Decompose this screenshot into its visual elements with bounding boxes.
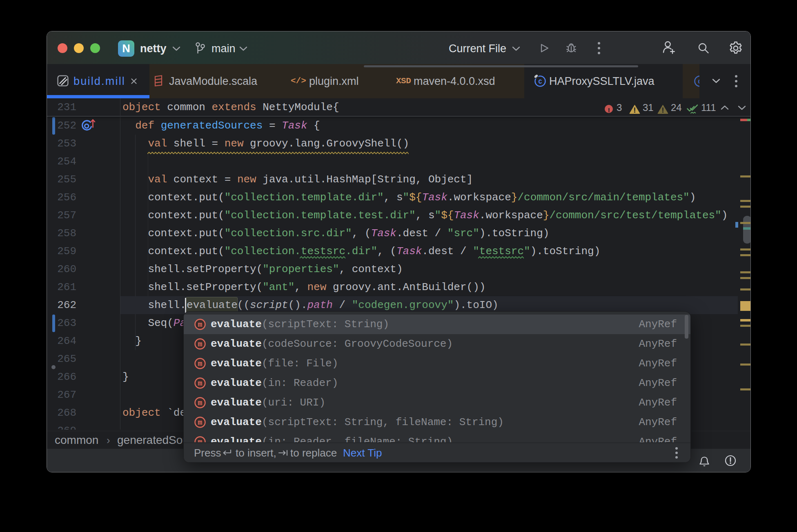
svg-text:m: m <box>198 379 203 388</box>
svg-text:m: m <box>198 340 203 348</box>
svg-text:m: m <box>198 419 203 427</box>
svg-text:m: m <box>198 360 203 368</box>
svg-text:m: m <box>198 399 203 407</box>
svg-text:m: m <box>198 438 203 443</box>
svg-text:C: C <box>698 79 699 86</box>
svg-text:C: C <box>538 79 542 86</box>
svg-text:m: m <box>198 321 203 329</box>
